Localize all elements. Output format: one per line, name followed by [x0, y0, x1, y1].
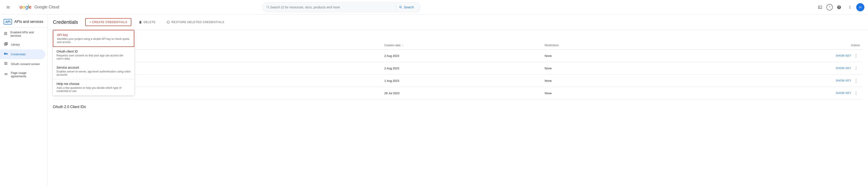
dropdown-item-oauth-client[interactable]: OAuth client ID Requests user consent so… [53, 47, 134, 63]
row-actions-2: SHOW KEY ⋮ [742, 62, 863, 75]
table-row: ⚠ iOS key ( 2 Aug 2023 None SHOW KEY ⋮ [53, 50, 863, 62]
oauth-section-title: OAuth 2.0 Client IDs [53, 105, 863, 109]
row-actions-4: SHOW KEY ⋮ [742, 87, 863, 100]
search-bar: Search [262, 2, 421, 12]
sidebar-item-enabled[interactable]: Enabled APIs and services [0, 28, 45, 39]
more-btn-1[interactable]: ⋮ [852, 52, 860, 59]
restore-icon [166, 20, 170, 24]
show-key-btn-4[interactable]: SHOW KEY [836, 91, 851, 95]
service-account-desc: Enables server-to-server, app-level auth… [57, 70, 131, 76]
row-date-4: 28 Jul 2023 [381, 87, 542, 100]
sidebar: API APIs and services Enabled APIs and s… [0, 15, 48, 186]
dropdown-overlay: API key Identifies your project using a … [53, 30, 134, 96]
row-restrictions-1: None [542, 50, 742, 62]
header: Google Cloud Search ? H [0, 0, 868, 15]
table-row: ⚠ Browser key (auto created by Firebase)… [53, 87, 863, 100]
sidebar-item-oauth-label: OAuth consent screen [11, 62, 40, 66]
api-key-title: API key [57, 33, 130, 37]
content-area: API keys Name Creation date [48, 30, 868, 115]
search-button[interactable]: Search [396, 4, 416, 10]
help-desc: Asks a few questions to help you decide … [57, 86, 131, 92]
create-credentials-label: + CREATE CREDENTIALS [89, 20, 127, 24]
menu-icon[interactable] [4, 3, 13, 12]
row-date-2: 2 Aug 2023 [381, 62, 542, 75]
search-button-label: Search [404, 5, 414, 9]
page-usage-icon [4, 72, 8, 77]
table-body: ⚠ iOS key ( 2 Aug 2023 None SHOW KEY ⋮ [53, 50, 863, 100]
header-right: ? H [815, 3, 864, 12]
sidebar-item-library-label: Library [11, 43, 20, 46]
sidebar-item-page-usage-label: Page usage agreements [11, 71, 42, 78]
show-key-btn-3[interactable]: SHOW KEY [836, 79, 851, 82]
search-input[interactable] [270, 5, 394, 9]
more-btn-4[interactable]: ⋮ [852, 90, 860, 97]
dropdown-item-service-account[interactable]: Service account Enables server-to-server… [53, 63, 134, 79]
credentials-icon [4, 52, 8, 57]
row-restrictions-4: None [542, 87, 742, 100]
help-badge[interactable]: ? [827, 4, 833, 10]
oauth-icon [4, 61, 8, 67]
help-button[interactable] [835, 3, 844, 12]
row-actions-1: SHOW KEY ⋮ [742, 50, 863, 62]
api-icon: API [4, 19, 12, 24]
dropdown-menu: API key Identifies your project using a … [53, 30, 134, 96]
api-keys-table-container: Name Creation date ↓ Restrictions Action… [53, 41, 863, 100]
show-key-btn-2[interactable]: SHOW KEY [836, 67, 851, 70]
sidebar-item-library[interactable]: Library [0, 39, 45, 49]
library-icon [4, 42, 8, 47]
enabled-icon [4, 31, 8, 37]
sidebar-item-oauth[interactable]: OAuth consent screen [0, 59, 45, 69]
api-key-desc: Identifies your project using a simple A… [57, 37, 130, 44]
logo: Google Cloud [16, 4, 59, 10]
terminal-button[interactable] [815, 3, 825, 12]
row-restrictions-2: None [542, 62, 742, 75]
dropdown-item-help[interactable]: Help me choose Asks a few questions to h… [53, 79, 134, 96]
delete-label: DELETE [144, 20, 156, 24]
sidebar-item-credentials[interactable]: Credentials [0, 49, 45, 59]
table-row: ⚠ API key 2 1 Aug 2023 None SHOW KEY ⋮ [53, 75, 863, 87]
search-bar-icon [266, 5, 270, 9]
sort-icon: ↓ [402, 44, 404, 47]
more-button[interactable] [845, 3, 855, 12]
more-btn-3[interactable]: ⋮ [852, 77, 860, 84]
table-row: ⚠ Android k 2 Aug 2023 None SHOW KEY ⋮ [53, 62, 863, 75]
more-btn-2[interactable]: ⋮ [852, 65, 860, 72]
cloud-label: Google Cloud [34, 5, 59, 9]
page-title: Credentials [53, 19, 78, 25]
table-header: Name Creation date ↓ Restrictions Action… [53, 41, 863, 50]
sidebar-item-credentials-label: Credentials [11, 53, 26, 56]
row-restrictions-3: None [542, 75, 742, 87]
layout: API APIs and services Enabled APIs and s… [0, 15, 868, 186]
help-title: Help me choose [57, 82, 131, 86]
delete-icon [138, 20, 142, 24]
api-keys-table: Name Creation date ↓ Restrictions Action… [53, 41, 863, 100]
service-account-title: Service account [57, 66, 131, 69]
row-actions-3: SHOW KEY ⋮ [742, 75, 863, 87]
sidebar-header-title: APIs and services [14, 20, 43, 24]
oauth-client-title: OAuth client ID [57, 50, 131, 53]
sidebar-item-page-usage[interactable]: Page usage agreements [0, 69, 45, 80]
main-content: Credentials + CREATE CREDENTIALS DELETE … [48, 15, 868, 186]
row-date-1: 2 Aug 2023 [381, 50, 542, 62]
google-logo-svg [16, 4, 32, 10]
dropdown-item-api-key[interactable]: API key Identifies your project using a … [53, 30, 134, 47]
sidebar-item-enabled-label: Enabled APIs and services [10, 31, 42, 37]
restore-label: RESTORE DELETED CREDENTIALS [171, 20, 224, 24]
sidebar-header: API APIs and services [0, 16, 47, 27]
avatar[interactable]: H [856, 3, 864, 11]
show-key-btn-1[interactable]: SHOW KEY [836, 54, 851, 57]
page-header: Credentials + CREATE CREDENTIALS DELETE … [48, 15, 868, 30]
th-actions: Actions [742, 41, 863, 50]
th-creation-date[interactable]: Creation date ↓ [381, 41, 542, 50]
restore-button[interactable]: RESTORE DELETED CREDENTIALS [163, 19, 228, 26]
oauth-client-desc: Requests user consent so that your app c… [57, 54, 131, 60]
row-date-3: 1 Aug 2023 [381, 75, 542, 87]
delete-button[interactable]: DELETE [135, 19, 159, 26]
create-credentials-button[interactable]: + CREATE CREDENTIALS [85, 18, 131, 26]
api-keys-section-title: API keys [53, 34, 863, 38]
th-restrictions: Restrictions [542, 41, 742, 50]
